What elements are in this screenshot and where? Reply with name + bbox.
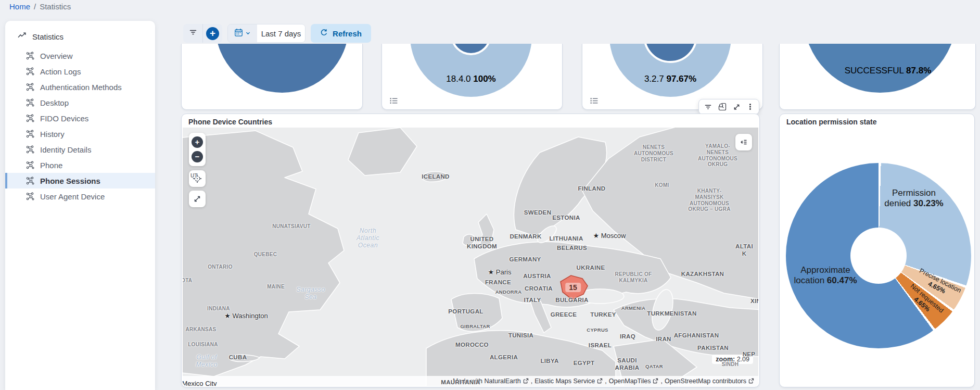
- sidebar-item-user-agent-device[interactable]: User Agent Device: [5, 188, 155, 204]
- attribution-link[interactable]: OpenStreetMap contributors: [665, 378, 754, 385]
- location-panel-title: Location permission state: [786, 118, 876, 126]
- refresh-icon: [320, 29, 328, 38]
- graph-nodes-icon: [26, 192, 34, 200]
- filter-add-group: +: [183, 24, 222, 43]
- attribution-link[interactable]: OpenMapTiles,: [609, 378, 663, 385]
- pie-label: SUCCESSFUL 87.8%: [845, 66, 932, 76]
- graph-nodes-icon: [26, 114, 34, 122]
- graph-nodes-icon: [26, 67, 34, 76]
- pie-chart[interactable]: [215, 44, 349, 93]
- map-zoom-controls: + −: [189, 133, 206, 166]
- legend-collapse-button[interactable]: [735, 134, 752, 150]
- sidebar-item-phone[interactable]: Phone: [5, 157, 155, 173]
- calendar-button[interactable]: [228, 24, 257, 42]
- sidebar-item-authentication-methods[interactable]: Authentication Methods: [5, 79, 155, 95]
- sidebar-item-label: Overview: [40, 52, 73, 60]
- graph-nodes-icon: [26, 52, 34, 60]
- panel-hover-toolbar: [698, 99, 759, 115]
- map-panel: Phone Device Countries: [181, 114, 760, 387]
- sidebar-item-label: FIDO Devices: [40, 114, 88, 123]
- sidebar-header: Statistics: [5, 21, 155, 48]
- panel-more-actions-icon[interactable]: [747, 103, 754, 111]
- calendar-icon: [234, 28, 243, 39]
- graph-nodes-icon: [26, 161, 34, 169]
- refresh-button[interactable]: Refresh: [311, 24, 371, 43]
- panel-inspect-icon[interactable]: [718, 103, 727, 111]
- sidebar-title: Statistics: [32, 32, 63, 41]
- map-zoom-level: zoom: 2.09: [712, 355, 753, 364]
- panel-app-version-pie: 18.4.0 100%: [381, 44, 563, 110]
- chevron-down-icon: [245, 29, 251, 38]
- set-view-crosshair-button[interactable]: [189, 170, 206, 187]
- donut-hole: [850, 228, 907, 284]
- filter-button[interactable]: [183, 24, 202, 43]
- graph-nodes-icon: [26, 177, 34, 185]
- graph-nodes-icon: [26, 98, 34, 107]
- breadcrumb: Home / Statistics: [9, 2, 71, 11]
- filter-icon: [189, 28, 197, 39]
- sidebar-item-label: History: [40, 130, 65, 139]
- plus-icon: +: [206, 27, 219, 40]
- statistics-dashboard: Home / Statistics Statistics OverviewAct…: [0, 0, 980, 390]
- external-link-icon: [748, 378, 754, 384]
- pie-label: 18.4.0 100%: [446, 74, 495, 84]
- sidebar-item-label: Identity Details: [40, 145, 91, 154]
- external-link-icon: [523, 378, 529, 384]
- sidebar-item-label: Phone Sessions: [40, 177, 100, 185]
- legend-toggle-icon[interactable]: [388, 95, 399, 106]
- sidebar-items: OverviewAction LogsAuthentication Method…: [5, 48, 155, 204]
- sidebar-item-label: Authentication Methods: [40, 83, 122, 92]
- sidebar: Statistics OverviewAction LogsAuthentica…: [5, 21, 155, 390]
- sidebar-item-label: Action Logs: [40, 67, 81, 76]
- donut-label-permission-denied: Permission denied 30.23%: [884, 188, 943, 209]
- sidebar-item-identity-details[interactable]: Identity Details: [5, 142, 155, 157]
- fit-to-data-button[interactable]: [189, 191, 206, 207]
- sidebar-item-fido-devices[interactable]: FIDO Devices: [5, 110, 155, 126]
- external-link-icon: [597, 378, 603, 384]
- map-attribution: Made with NaturalEarth,Elastic Maps Serv…: [183, 376, 758, 386]
- graph-nodes-icon: [26, 145, 34, 154]
- sidebar-item-history[interactable]: History: [5, 126, 155, 142]
- pie-label: 3.2.7 97.67%: [644, 74, 696, 84]
- zoom-in-button[interactable]: +: [192, 136, 203, 148]
- sidebar-item-action-logs[interactable]: Action Logs: [5, 64, 155, 79]
- breadcrumb-separator: /: [34, 2, 36, 11]
- panel-versions-pie: [181, 44, 363, 110]
- graph-nodes-icon: [26, 130, 34, 138]
- map-area[interactable]: 15 + − zoom: 2.09 Made with NaturalEarth…: [183, 128, 758, 386]
- map-panel-title: Phone Device Countries: [188, 118, 272, 126]
- add-filter-button[interactable]: +: [202, 24, 222, 43]
- legend-toggle-icon[interactable]: [589, 95, 600, 106]
- top-toolbar: + Last 7 days Refresh: [183, 24, 371, 43]
- map-country-count-badge: 15: [565, 283, 581, 292]
- map-landmasses: [183, 128, 758, 386]
- sidebar-item-phone-sessions[interactable]: Phone Sessions: [5, 173, 155, 188]
- sidebar-item-label: Phone: [40, 161, 62, 170]
- sidebar-item-desktop[interactable]: Desktop: [5, 95, 155, 110]
- sidebar-item-label: Desktop: [40, 98, 69, 107]
- attribution-link[interactable]: Made with NaturalEarth,: [453, 378, 532, 385]
- external-link-icon: [653, 378, 658, 384]
- breadcrumb-home-link[interactable]: Home: [9, 2, 30, 11]
- donut-label-approximate-location: Approximate location 60.47%: [794, 265, 857, 286]
- sidebar-item-label: User Agent Device: [40, 192, 105, 201]
- panel-success-pie: SUCCESSFUL 87.8%: [779, 44, 976, 110]
- stats-line-chart-icon: [18, 31, 27, 42]
- panel-expand-icon[interactable]: [733, 103, 741, 111]
- breadcrumb-current: Statistics: [40, 2, 71, 11]
- attribution-link[interactable]: Elastic Maps Service,: [534, 378, 607, 385]
- time-range-display[interactable]: Last 7 days: [257, 24, 305, 42]
- sidebar-item-overview[interactable]: Overview: [5, 48, 155, 64]
- location-permission-panel: Location permission state Permission den…: [779, 114, 975, 387]
- zoom-out-button[interactable]: −: [192, 151, 203, 162]
- date-picker: Last 7 days: [227, 24, 306, 43]
- graph-nodes-icon: [26, 83, 34, 91]
- panel-filter-icon[interactable]: [704, 103, 712, 111]
